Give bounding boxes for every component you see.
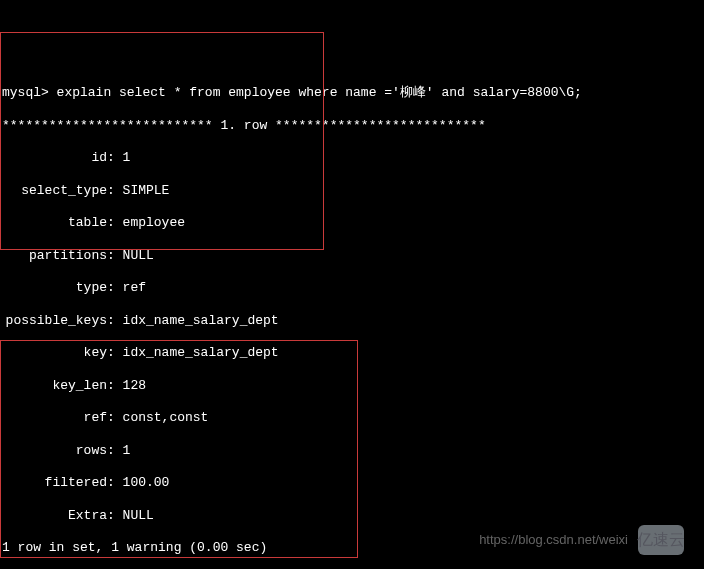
mysql-prompt: mysql> <box>2 85 57 100</box>
field-ref: ref: const,const <box>2 410 704 426</box>
field-key-len: key_len: 128 <box>2 378 704 394</box>
field-rows: rows: 1 <box>2 443 704 459</box>
field-table: table: employee <box>2 215 704 231</box>
terminal-output: mysql> explain select * from employee wh… <box>2 69 704 569</box>
row-separator-1: *************************** 1. row *****… <box>2 118 704 134</box>
field-type: type: ref <box>2 280 704 296</box>
field-partitions: partitions: NULL <box>2 248 704 264</box>
sql-command-1: explain select * from employee where nam… <box>57 85 582 100</box>
field-possible-keys: possible_keys: idx_name_salary_dept <box>2 313 704 329</box>
watermark-logo-icon: 亿速云 <box>638 525 684 555</box>
prompt-line-1: mysql> explain select * from employee wh… <box>2 85 704 101</box>
watermark-url: https://blog.csdn.net/weixi <box>479 532 628 548</box>
field-select-type: select_type: SIMPLE <box>2 183 704 199</box>
field-key: key: idx_name_salary_dept <box>2 345 704 361</box>
field-filtered: filtered: 100.00 <box>2 475 704 491</box>
watermark: https://blog.csdn.net/weixi 亿速云 <box>479 525 684 555</box>
field-extra: Extra: NULL <box>2 508 704 524</box>
field-id: id: 1 <box>2 150 704 166</box>
